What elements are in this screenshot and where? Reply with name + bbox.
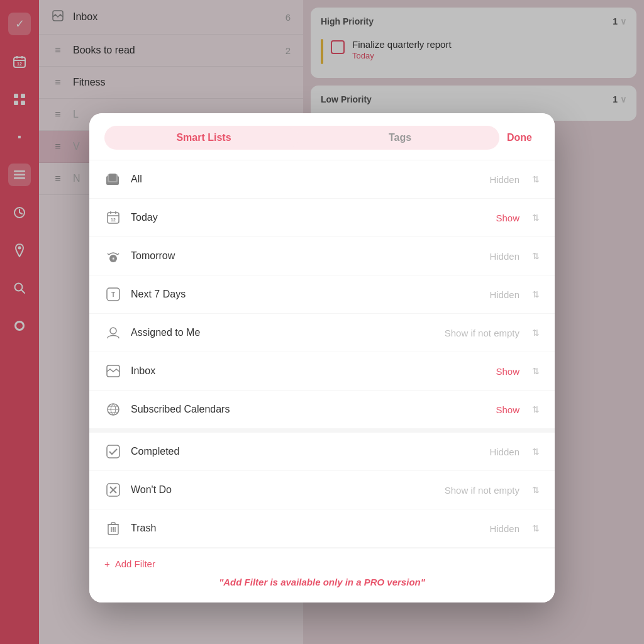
svg-rect-36: [107, 365, 119, 377]
sl-status-next7: Hidden: [489, 289, 519, 300]
smart-lists-modal: Smart Lists Tags Done All: [89, 113, 555, 602]
sl-name-trash: Trash: [131, 523, 480, 534]
sl-icon-wontdo: [104, 481, 122, 499]
svg-rect-47: [111, 523, 115, 525]
modal-header: Smart Lists Tags Done: [89, 113, 555, 160]
tab-tags[interactable]: Tags: [304, 128, 496, 147]
sl-chevron-tomorrow[interactable]: ⇅: [532, 251, 540, 261]
sl-chevron-wontdo[interactable]: ⇅: [532, 485, 540, 495]
sl-name-inbox: Inbox: [131, 365, 487, 377]
add-filter-icon: +: [104, 558, 110, 569]
sl-status-wontdo: Show if not empty: [445, 485, 519, 496]
sl-status-assigned: Show if not empty: [445, 328, 519, 338]
sl-icon-tomorrow: ☀: [104, 247, 122, 265]
sl-icon-inbox: [104, 362, 122, 380]
modal-body: All Hidden ⇅ 12 Toda: [89, 160, 555, 548]
sl-name-next7: Next 7 Days: [131, 289, 480, 300]
sl-row-completed[interactable]: Completed Hidden ⇅: [89, 429, 555, 471]
sl-chevron-next7[interactable]: ⇅: [532, 289, 540, 299]
app-container: ✓ 12 ·: [0, 0, 644, 644]
sl-row-subscribed[interactable]: Subscribed Calendars Show ⇅: [89, 391, 555, 429]
done-button[interactable]: Done: [499, 128, 540, 147]
sl-icon-assigned: [104, 324, 122, 341]
sl-status-tomorrow: Hidden: [489, 251, 519, 262]
sl-icon-today: 12: [104, 209, 122, 226]
sl-name-all: All: [131, 174, 480, 185]
svg-rect-41: [107, 445, 119, 458]
svg-text:i: i: [113, 526, 114, 531]
svg-line-30: [108, 253, 109, 255]
sl-icon-all: [104, 170, 122, 188]
sl-status-inbox: Show: [496, 366, 519, 377]
svg-text:☀: ☀: [111, 257, 115, 261]
sl-icon-completed: [104, 443, 122, 460]
sl-chevron-today[interactable]: ⇅: [532, 213, 540, 223]
sl-row-next7[interactable]: T Next 7 Days Hidden ⇅: [89, 275, 555, 314]
svg-text:12: 12: [111, 218, 116, 222]
sl-icon-subscribed: [104, 401, 122, 418]
sl-status-trash: Hidden: [489, 523, 519, 534]
sl-row-all[interactable]: All Hidden ⇅: [89, 160, 555, 199]
svg-text:T: T: [111, 291, 115, 298]
sl-name-today: Today: [131, 212, 487, 223]
sl-status-today: Show: [496, 213, 519, 223]
sl-row-today[interactable]: 12 Today Show ⇅: [89, 199, 555, 237]
sl-chevron-inbox[interactable]: ⇅: [532, 366, 540, 376]
svg-rect-23: [109, 174, 116, 181]
sl-row-trash[interactable]: i Trash Hidden ⇅: [89, 509, 555, 548]
sl-row-assigned[interactable]: Assigned to Me Show if not empty ⇅: [89, 314, 555, 352]
tab-smart-lists[interactable]: Smart Lists: [108, 128, 299, 147]
modal-footer: + Add Filter "Add Filter is available on…: [89, 548, 555, 602]
sl-chevron-trash[interactable]: ⇅: [532, 523, 540, 533]
sl-row-wontdo[interactable]: Won't Do Show if not empty ⇅: [89, 471, 555, 509]
sl-name-tomorrow: Tomorrow: [131, 250, 480, 262]
sl-status-subscribed: Show: [496, 404, 519, 415]
pro-notice: "Add Filter is available only in a PRO v…: [104, 575, 540, 590]
sl-name-wontdo: Won't Do: [131, 484, 436, 496]
sl-status-completed: Hidden: [489, 447, 519, 457]
sl-status-all: Hidden: [489, 174, 519, 185]
svg-line-31: [118, 253, 119, 255]
sl-chevron-subscribed[interactable]: ⇅: [532, 404, 540, 414]
add-filter-label: Add Filter: [115, 558, 155, 569]
sl-row-tomorrow[interactable]: ☀ Tomorrow Hidden ⇅: [89, 237, 555, 275]
sl-chevron-completed[interactable]: ⇅: [532, 447, 540, 457]
sl-name-subscribed: Subscribed Calendars: [131, 404, 487, 415]
sl-row-inbox[interactable]: Inbox Show ⇅: [89, 352, 555, 391]
sl-chevron-assigned[interactable]: ⇅: [532, 328, 540, 338]
sl-icon-next7: T: [104, 286, 122, 303]
sl-icon-trash: i: [104, 519, 122, 537]
sl-name-assigned: Assigned to Me: [131, 327, 436, 338]
modal-overlay[interactable]: Smart Lists Tags Done All: [0, 0, 644, 644]
sl-name-completed: Completed: [131, 446, 480, 457]
svg-point-35: [110, 328, 116, 334]
sl-chevron-all[interactable]: ⇅: [532, 174, 540, 184]
add-filter-button[interactable]: + Add Filter: [104, 558, 540, 569]
